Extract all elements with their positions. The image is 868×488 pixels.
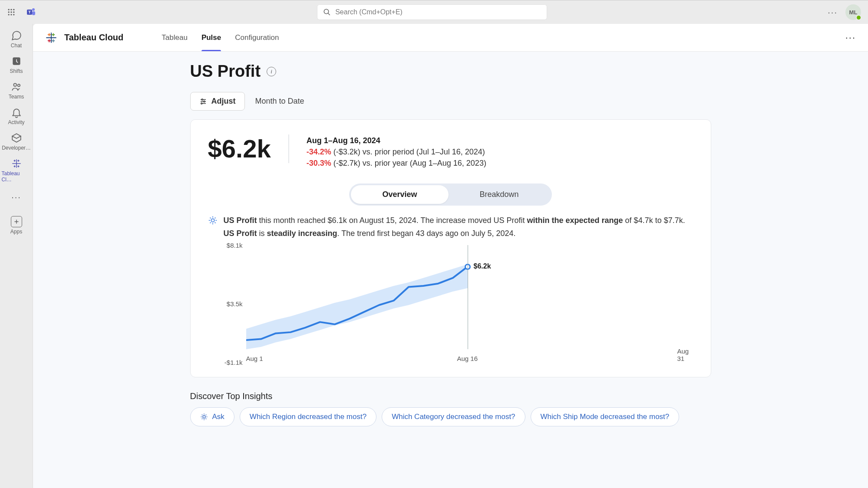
title-row: US Profit i — [190, 62, 711, 81]
app-name: Tableau Cloud — [64, 33, 123, 43]
teams-logo-icon: T — [26, 7, 36, 17]
chart-ytick: $8.1k — [227, 242, 243, 249]
svg-point-4 — [10, 11, 12, 13]
view-segment: Overview Breakdown — [349, 183, 551, 206]
svg-line-52 — [215, 223, 215, 223]
svg-point-13 — [324, 9, 329, 14]
svg-point-16 — [13, 83, 17, 86]
adjust-button[interactable]: Adjust — [190, 92, 245, 111]
svg-point-43 — [201, 99, 203, 100]
svg-line-14 — [328, 13, 330, 15]
chart-marker-line — [468, 245, 468, 349]
svg-line-60 — [201, 415, 202, 416]
svg-point-55 — [203, 416, 205, 418]
chart-xtick: Aug 31 — [677, 347, 689, 362]
bell-icon — [11, 107, 22, 118]
rail-shifts-label: Shifts — [10, 68, 23, 74]
rail-apps-label: Apps — [10, 229, 22, 235]
chart-ytick: $3.5k — [227, 300, 243, 308]
rail-activity[interactable]: Activity — [2, 104, 31, 129]
svg-point-45 — [201, 103, 202, 104]
svg-line-62 — [201, 419, 202, 419]
chat-icon — [11, 30, 22, 41]
presence-indicator — [856, 15, 861, 20]
chart-xtick: Aug 1 — [246, 355, 263, 362]
chart-marker-label: $6.2k — [474, 262, 491, 270]
svg-point-6 — [8, 14, 10, 15]
svg-point-17 — [17, 84, 20, 86]
discover-heading: Discover Top Insights — [190, 391, 711, 401]
comparison-prior-period: -34.2% (-$3.2k) vs. prior period (Jul 1–… — [307, 147, 486, 157]
rail-chat-label: Chat — [11, 43, 22, 49]
shifts-icon — [11, 56, 22, 67]
search-icon — [323, 8, 331, 16]
header-tabs: Tableau Pulse Configuration — [162, 24, 279, 51]
user-avatar[interactable]: ML — [845, 4, 861, 20]
rail-tableau-label: Tableau Cl… — [2, 170, 31, 183]
segment-breakdown[interactable]: Breakdown — [449, 185, 550, 204]
more-icon: ··· — [11, 192, 21, 202]
tab-tableau[interactable]: Tableau — [162, 24, 188, 51]
rail-teams[interactable]: Teams — [2, 79, 31, 103]
insight-chip-0[interactable]: Ask — [190, 407, 234, 426]
svg-text:T: T — [28, 10, 31, 14]
svg-point-44 — [203, 101, 205, 102]
svg-line-53 — [210, 223, 211, 223]
svg-line-63 — [205, 415, 206, 416]
global-search[interactable] — [317, 4, 547, 20]
svg-point-2 — [13, 9, 14, 10]
rail-developer[interactable]: Developer… — [2, 130, 31, 154]
main-panel: Tableau Cloud Tableau Pulse Configuratio… — [33, 24, 868, 488]
svg-point-0 — [8, 9, 10, 10]
svg-point-46 — [211, 219, 214, 222]
metric-value: $6.2k — [208, 134, 289, 163]
tab-pulse[interactable]: Pulse — [201, 24, 221, 51]
rail-activity-label: Activity — [8, 119, 24, 125]
insight-chip-3[interactable]: Which Ship Mode decreased the most? — [531, 407, 680, 426]
info-icon[interactable]: i — [267, 67, 276, 76]
insight-chip-1[interactable]: Which Region decreased the most? — [240, 407, 376, 426]
teams-top-bar: T ··· ML — [0, 0, 868, 24]
app-header: Tableau Cloud Tableau Pulse Configuratio… — [33, 24, 868, 52]
rail-shifts[interactable]: Shifts — [2, 53, 31, 78]
header-more-button[interactable]: ··· — [845, 32, 856, 43]
apps-plus-icon — [11, 216, 22, 227]
rail-apps[interactable]: Apps — [2, 213, 31, 238]
apps-grid-icon[interactable] — [7, 8, 16, 16]
rail-teams-label: Teams — [9, 94, 24, 100]
trend-chart: $6.2k$8.1k$3.5k-$1.1kAug 1Aug 16Aug 31 — [217, 245, 689, 362]
rail-developer-label: Developer… — [2, 145, 31, 151]
page-title: US Profit — [190, 62, 261, 81]
svg-rect-12 — [32, 11, 35, 15]
left-rail: Chat Shifts Teams Activity Developer… Ta… — [0, 24, 33, 488]
search-input[interactable] — [335, 8, 541, 16]
chart-xtick: Aug 16 — [457, 355, 478, 362]
comparison-prior-year: -30.3% (-$2.7k) vs. prior year (Aug 1–Au… — [307, 159, 486, 168]
metric-card: $6.2k Aug 1–Aug 16, 2024 -34.2% (-$3.2k)… — [190, 119, 711, 377]
insight-text: US Profit this month reached $6.1k on Au… — [208, 214, 693, 240]
tab-configuration[interactable]: Configuration — [235, 24, 279, 51]
top-more-button[interactable]: ··· — [828, 7, 838, 17]
segment-overview[interactable]: Overview — [351, 185, 448, 204]
svg-point-1 — [10, 9, 12, 10]
tableau-cloud-logo — [45, 32, 57, 44]
rail-tableau[interactable]: Tableau Cl… — [2, 155, 31, 186]
insight-chip-2[interactable]: Which Category decreased the most? — [382, 407, 525, 426]
metric-date-range: Aug 1–Aug 16, 2024 — [307, 136, 486, 145]
svg-point-8 — [13, 14, 14, 15]
chart-ytick: -$1.1k — [224, 359, 243, 366]
rail-chat[interactable]: Chat — [2, 27, 31, 52]
ask-icon — [200, 413, 208, 421]
svg-line-61 — [205, 419, 206, 419]
sliders-icon — [199, 98, 207, 105]
svg-line-51 — [210, 218, 211, 219]
content-scroll[interactable]: US Profit i Adjust Month to Date $6.2k A… — [33, 52, 868, 488]
developer-icon — [11, 132, 22, 144]
date-range-label[interactable]: Month to Date — [255, 97, 304, 106]
svg-point-3 — [8, 11, 10, 13]
rail-more[interactable]: ··· — [2, 187, 31, 207]
tableau-icon — [11, 158, 22, 169]
insight-icon — [208, 216, 218, 225]
svg-line-54 — [215, 218, 215, 219]
controls-row: Adjust Month to Date — [190, 92, 711, 111]
